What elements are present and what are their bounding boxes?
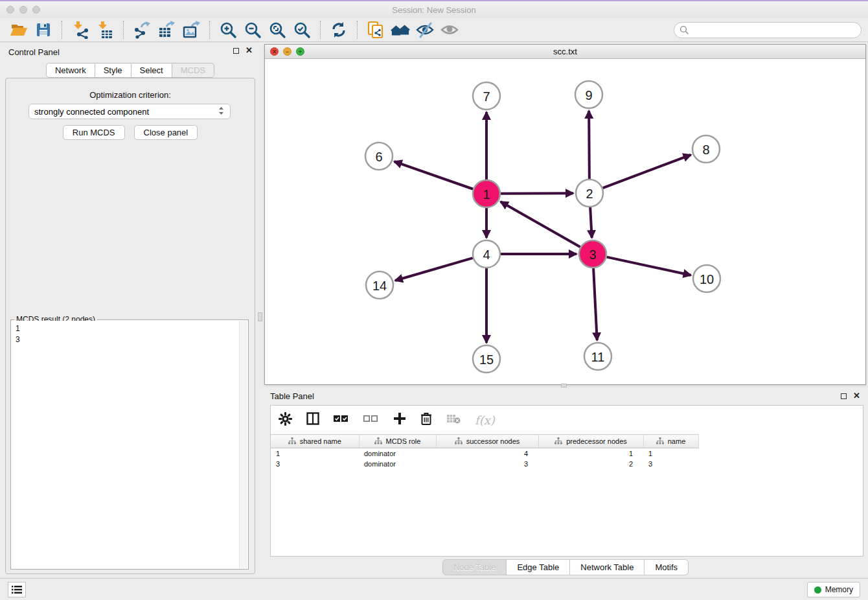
search-input[interactable] xyxy=(674,22,862,38)
table-settings-gear-icon[interactable] xyxy=(279,412,292,428)
column-header-successor-nodes[interactable]: successor nodes xyxy=(436,435,538,448)
import-network-icon[interactable] xyxy=(71,20,90,40)
task-history-button[interactable] xyxy=(8,582,26,597)
edge-1-2[interactable] xyxy=(501,193,573,194)
float-table-panel-icon[interactable] xyxy=(841,393,847,399)
edge-2-9[interactable] xyxy=(589,111,589,179)
criterion-select[interactable]: strongly connected component xyxy=(29,104,231,119)
zoom-out-icon[interactable] xyxy=(243,20,262,40)
close-panel-button[interactable]: Close panel xyxy=(134,125,198,140)
zoom-fit-icon[interactable] xyxy=(268,20,287,40)
select-all-columns-icon[interactable] xyxy=(334,414,349,426)
toolbar-separator xyxy=(62,21,62,39)
show-panels-icon[interactable] xyxy=(440,20,459,40)
delete-column-icon[interactable] xyxy=(420,412,432,428)
clone-network-icon[interactable] xyxy=(366,20,385,40)
hide-panels-icon[interactable] xyxy=(415,20,435,40)
zoom-in-icon[interactable] xyxy=(218,20,238,40)
control-panel-tabs: NetworkStyleSelectMCDS xyxy=(0,63,260,78)
table-cell[interactable]: 3 xyxy=(271,459,359,469)
tab-network-table[interactable]: Network Table xyxy=(569,559,645,575)
column-type-icon xyxy=(455,437,463,446)
close-table-panel-icon[interactable]: ✕ xyxy=(853,393,860,399)
show-columns-icon[interactable] xyxy=(306,412,319,428)
node-table-body: 1dominator4113dominator323 xyxy=(271,448,698,469)
memory-button[interactable]: Memory xyxy=(807,582,860,597)
main-toolbar xyxy=(0,18,868,42)
add-column-icon[interactable] xyxy=(393,412,406,428)
tab-mcds[interactable]: MCDS xyxy=(172,63,214,78)
mcds-result-lines[interactable]: 13 xyxy=(12,321,247,568)
zoom-selected-icon[interactable] xyxy=(292,20,312,40)
edge-2-3[interactable] xyxy=(590,207,592,238)
edge-3-11[interactable] xyxy=(593,268,597,340)
result-scrollbar[interactable] xyxy=(239,321,247,568)
table-cell[interactable]: 1 xyxy=(538,448,643,459)
column-header-predecessor-nodes[interactable]: predecessor nodes xyxy=(538,435,643,448)
close-panel-icon[interactable]: ✕ xyxy=(246,47,253,54)
column-label: MCDS role xyxy=(386,437,421,445)
tab-edge-table[interactable]: Edge Table xyxy=(506,559,570,575)
network-window-title: scc.txt xyxy=(265,47,865,56)
table-row[interactable]: 3dominator323 xyxy=(271,459,698,469)
toolbar-separator xyxy=(209,21,210,39)
graph-node-label: 8 xyxy=(702,143,709,157)
edge-3-1[interactable] xyxy=(501,202,580,247)
table-cell[interactable]: 3 xyxy=(643,459,698,469)
edge-4-14[interactable] xyxy=(395,258,473,281)
run-mcds-button[interactable]: Run MCDS xyxy=(63,125,125,140)
node-table-header-row: shared nameMCDS rolesuccessor nodesprede… xyxy=(271,435,698,448)
edge-1-6[interactable] xyxy=(394,161,474,189)
delete-table-icon[interactable] xyxy=(446,413,461,426)
graph-node-label: 11 xyxy=(591,350,605,364)
export-network-icon[interactable] xyxy=(132,20,152,40)
toolbar-separator xyxy=(320,21,321,39)
column-header-mcds-role[interactable]: MCDS role xyxy=(359,435,436,448)
vertical-splitter-handle[interactable] xyxy=(258,312,262,321)
memory-status-dot xyxy=(814,586,821,594)
column-header-shared-name[interactable]: shared name xyxy=(271,435,359,448)
export-image-icon[interactable] xyxy=(181,20,201,40)
table-cell[interactable]: dominator xyxy=(359,448,436,459)
tab-node-table[interactable]: Node Table xyxy=(442,559,507,575)
column-label: shared name xyxy=(300,437,341,445)
tab-network[interactable]: Network xyxy=(46,63,95,78)
table-cell[interactable]: 2 xyxy=(538,459,643,469)
table-cell[interactable]: dominator xyxy=(359,459,436,469)
deselect-all-columns-icon[interactable] xyxy=(363,414,379,426)
table-cell[interactable]: 1 xyxy=(271,448,359,459)
toolbar-separator xyxy=(357,21,358,39)
table-row[interactable]: 1dominator411 xyxy=(271,448,698,459)
save-session-icon[interactable] xyxy=(34,20,53,40)
table-cell[interactable]: 4 xyxy=(436,448,538,459)
tab-style[interactable]: Style xyxy=(95,63,131,78)
edge-3-10[interactable] xyxy=(607,257,691,275)
network-overview-icon[interactable] xyxy=(391,20,410,40)
edge-2-8[interactable] xyxy=(603,155,691,188)
export-table-icon[interactable] xyxy=(157,20,176,40)
float-panel-icon[interactable] xyxy=(233,48,239,54)
column-type-icon xyxy=(374,437,382,446)
function-builder-icon[interactable]: f(x) xyxy=(475,413,495,427)
titlebar: Session: New Session xyxy=(0,1,868,18)
criterion-value: strongly connected component xyxy=(34,107,149,117)
column-type-icon xyxy=(554,437,562,446)
tab-select[interactable]: Select xyxy=(131,63,172,78)
network-graph-canvas[interactable]: 1234678910111415 xyxy=(265,59,865,384)
import-table-icon[interactable] xyxy=(95,20,115,40)
memory-label: Memory xyxy=(825,585,853,594)
graph-node-label: 7 xyxy=(483,89,490,104)
tab-motifs[interactable]: Motifs xyxy=(644,559,689,575)
result-line: 1 xyxy=(16,323,247,334)
table-cell[interactable]: 1 xyxy=(643,448,698,459)
node-table: shared nameMCDS rolesuccessor nodesprede… xyxy=(271,434,699,469)
refresh-view-icon[interactable] xyxy=(329,20,348,40)
graph-node-label: 3 xyxy=(589,248,596,262)
network-window-titlebar[interactable]: ✕ − + scc.txt xyxy=(265,45,865,59)
table-cell[interactable]: 3 xyxy=(436,459,538,469)
toolbar-separator xyxy=(123,21,124,39)
column-header-name[interactable]: name xyxy=(643,435,698,448)
table-toolbar: f(x) xyxy=(271,406,863,434)
open-session-icon[interactable] xyxy=(9,20,29,40)
optimization-criterion-label: Optimization criterion: xyxy=(0,90,260,100)
